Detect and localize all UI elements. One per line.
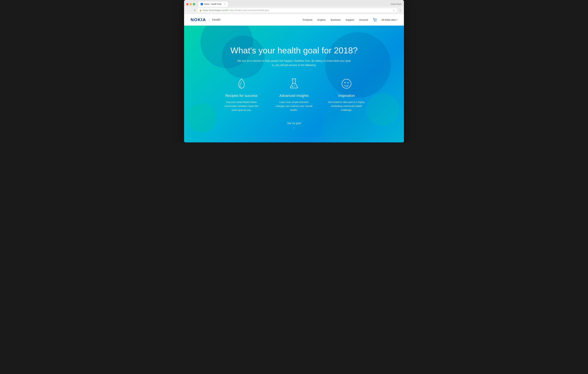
svg-point-5 (292, 86, 293, 87)
tab-close-button[interactable]: × (224, 3, 226, 5)
tab-bar: N Nokia - Health Goal × (198, 2, 389, 7)
nokia-logo: NOKIA (191, 17, 206, 22)
lock-icon: 🔒 (199, 9, 202, 11)
bookmark-icon[interactable]: ☆ (393, 9, 395, 12)
feature-recipes: Recipes for success Discover what helped… (222, 77, 261, 112)
browser-titlebar: N Nokia - Health Goal × Clean Room (184, 0, 404, 7)
all-nokia-sites-button[interactable]: All Nokia sites ▾ (381, 19, 397, 21)
browser-tab[interactable]: N Nokia - Health Goal × (198, 2, 228, 7)
feature-insights-desc: Learn how simple behavior changes can im… (274, 100, 314, 112)
svg-point-0 (374, 21, 374, 21)
page-content: NOKIA | Health Products Explore Business… (184, 14, 404, 142)
svg-point-7 (342, 79, 351, 88)
nav-link-account[interactable]: Account (359, 18, 368, 21)
browser-addressbar: ← → ↻ 🔒 Nokia Technologies Ltd [FI] http… (184, 7, 404, 14)
back-button[interactable]: ← (186, 9, 189, 12)
hero-title: What's your health goal for 2018? (230, 45, 358, 55)
svg-point-1 (376, 21, 376, 21)
nav-link-business[interactable]: Business (331, 18, 341, 21)
flask-icon (287, 77, 301, 90)
address-url: https://health.nokia.com/us/en/health-go… (229, 9, 269, 11)
svg-point-8 (345, 82, 346, 83)
browser-window: N Nokia - Health Goal × Clean Room ← → ↻… (184, 0, 404, 142)
url-prefix: https:// (229, 9, 236, 11)
feature-inspiration-title: Inspiration (338, 94, 355, 98)
flame-icon (235, 77, 248, 90)
deco-circle-1 (187, 103, 217, 132)
feature-recipes-title: Recipes for success (225, 94, 258, 98)
traffic-lights (186, 3, 195, 5)
close-button[interactable] (186, 3, 189, 5)
nav-link-explore[interactable]: Explore (317, 18, 326, 21)
deco-circle-4 (366, 93, 399, 126)
nav-links: Products Explore Business Support Accoun… (303, 18, 397, 22)
nav-link-support[interactable]: Support (346, 18, 354, 21)
feature-insights: Advanced insights Learn how simple behav… (274, 77, 314, 112)
feature-recipes-desc: Discover what helped fellow community me… (222, 100, 261, 112)
nav-link-products[interactable]: Products (303, 18, 312, 21)
hero-subtitle: We are on a mission to help people live … (237, 59, 351, 67)
more-options-icon[interactable]: ⋮ (399, 9, 402, 12)
svg-point-9 (347, 82, 348, 83)
feature-inspiration: Inspiration Get invited to take part in … (327, 77, 366, 112)
reload-button[interactable]: ↻ (194, 9, 196, 12)
features-grid: Recipes for success Discover what helped… (222, 77, 366, 112)
set-goal-label[interactable]: Set my goal (287, 122, 301, 125)
down-arrow-icon: ↓ (293, 126, 295, 129)
smiley-icon (340, 77, 353, 90)
hero-section: What's your health goal for 2018? We are… (184, 26, 404, 142)
tab-title: Nokia - Health Goal (204, 3, 223, 5)
url-main: health.nokia.com (236, 9, 252, 11)
health-label: Health (212, 18, 221, 21)
logo-area: NOKIA | Health (191, 17, 221, 22)
nav-buttons: ← → ↻ (186, 9, 196, 12)
tab-favicon: N (201, 3, 203, 5)
all-nokia-sites-label: All Nokia sites (381, 19, 396, 21)
domain-secure: Nokia Technologies Ltd [FI] (203, 9, 228, 11)
url-path: /us/en/health-goal (252, 9, 269, 11)
feature-inspiration-desc: Get invited to take part in a highly-mot… (327, 100, 366, 112)
minimize-button[interactable] (190, 3, 192, 5)
logo-divider: | (209, 18, 210, 22)
clean-room-label: Clean Room (391, 3, 402, 5)
forward-button[interactable]: → (190, 9, 193, 12)
feature-insights-title: Advanced insights (279, 94, 309, 98)
set-goal-section[interactable]: Set my goal ↓ (287, 122, 301, 129)
svg-point-6 (294, 85, 295, 86)
cart-icon[interactable] (373, 18, 377, 22)
address-field[interactable]: 🔒 Nokia Technologies Ltd [FI] https://he… (197, 8, 397, 13)
maximize-button[interactable] (193, 3, 195, 5)
site-nav: NOKIA | Health Products Explore Business… (184, 14, 404, 26)
chevron-down-icon: ▾ (397, 19, 397, 21)
